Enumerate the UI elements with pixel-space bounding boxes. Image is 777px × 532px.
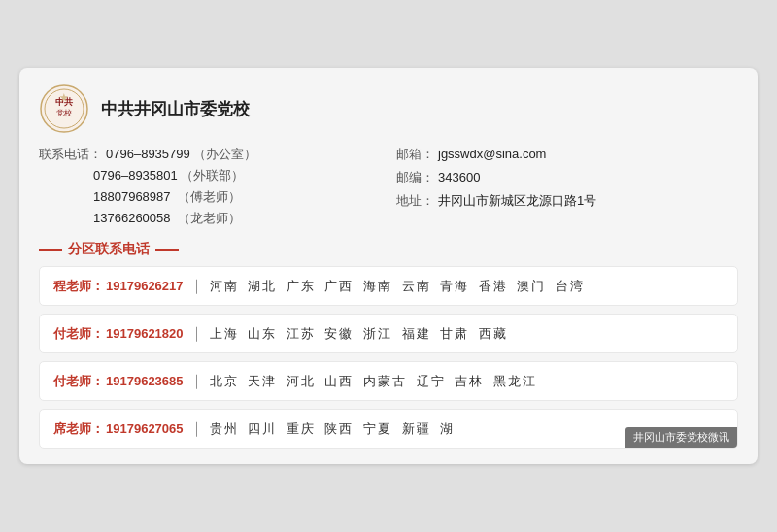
district-contacts-list: 程老师： 19179626217 ｜ 河南 湖北 广东 广西 海南 云南 青海 …: [39, 266, 738, 449]
divider-line-right: [155, 249, 179, 251]
district-contact-regions-2: 北京 天津 河北 山西 内蒙古 辽宁 吉林 黑龙江: [210, 373, 537, 390]
svg-text:党校: 党校: [56, 109, 72, 117]
district-contact-regions-3: 贵州 四川 重庆 陕西 宁夏 新疆 湖: [210, 420, 456, 438]
district-contact-phone-2: 19179623685: [106, 374, 184, 388]
header: 中共 党校 中共井冈山市委党校: [39, 83, 738, 134]
sep-icon-0: ｜: [189, 277, 204, 295]
phone-label: 联系电话：: [39, 146, 102, 163]
postcode-label: 邮编：: [396, 169, 434, 186]
phone-2-value: 0796–8935801 （外联部）: [93, 167, 244, 184]
phone-row-4: 13766260058 （龙老师）: [39, 210, 381, 227]
sep-icon-1: ｜: [189, 324, 204, 343]
watermark-text: 井冈山市委党校微讯: [625, 427, 737, 448]
info-grid: 联系电话： 0796–8935799 （办公室） 0796–8935801 （外…: [39, 146, 738, 231]
sep-icon-2: ｜: [189, 372, 204, 390]
email-value: jgsswdx@sina.com: [438, 147, 546, 161]
district-contact-regions-0: 河南 湖北 广东 广西 海南 云南 青海 香港 澳门 台湾: [210, 278, 586, 295]
address-value: 井冈山市新城区龙源口路1号: [438, 192, 596, 210]
info-right: 邮箱： jgsswdx@sina.com 邮编： 343600 地址： 井冈山市…: [396, 146, 738, 231]
info-left: 联系电话： 0796–8935799 （办公室） 0796–8935801 （外…: [39, 146, 381, 231]
district-contact-name-3: 席老师：: [53, 420, 104, 438]
district-contact-name-1: 付老师：: [53, 325, 104, 343]
district-contact-row-1: 付老师： 19179621820 ｜ 上海 山东 江苏 安徽 浙江 福建 甘肃 …: [39, 314, 738, 353]
postcode-row: 邮编： 343600: [396, 169, 738, 186]
phone-1-value: 0796–8935799 （办公室）: [106, 146, 256, 163]
district-contact-row-3: 席老师： 19179627065 ｜ 贵州 四川 重庆 陕西 宁夏 新疆 湖 井…: [39, 409, 738, 449]
district-contact-phone-3: 19179627065: [106, 421, 184, 436]
sep-icon-3: ｜: [189, 419, 204, 438]
org-name: 中共井冈山市委党校: [101, 98, 250, 120]
district-contact-phone-0: 19179626217: [106, 279, 184, 293]
email-label: 邮箱：: [396, 146, 434, 163]
address-row: 地址： 井冈山市新城区龙源口路1号: [396, 192, 738, 210]
divider-line-left: [39, 249, 62, 251]
phone-row-3: 18807968987 （傅老师）: [39, 188, 381, 206]
org-logo-icon: 中共 党校: [39, 83, 89, 134]
district-contact-regions-1: 上海 山东 江苏 安徽 浙江 福建 甘肃 西藏: [210, 325, 508, 343]
phone-4-value: 13766260058 （龙老师）: [93, 210, 241, 227]
district-contact-row-0: 程老师： 19179626217 ｜ 河南 湖北 广东 广西 海南 云南 青海 …: [39, 266, 738, 306]
email-row: 邮箱： jgsswdx@sina.com: [396, 146, 738, 163]
main-card: 中共 党校 中共井冈山市委党校 联系电话： 0796–8935799 （办公室）…: [19, 68, 758, 464]
district-contact-name-2: 付老师：: [53, 373, 104, 390]
district-contact-name-0: 程老师：: [53, 278, 104, 295]
postcode-value: 343600: [438, 170, 480, 184]
district-contact-phone-1: 19179621820: [106, 326, 184, 341]
phone-row-2: 0796–8935801 （外联部）: [39, 167, 381, 184]
phone-row-1: 联系电话： 0796–8935799 （办公室）: [39, 146, 381, 163]
address-label: 地址：: [396, 192, 434, 210]
district-divider: 分区联系电话: [39, 241, 738, 258]
phone-3-value: 18807968987 （傅老师）: [93, 188, 241, 206]
district-title: 分区联系电话: [68, 241, 150, 258]
district-contact-row-2: 付老师： 19179623685 ｜ 北京 天津 河北 山西 内蒙古 辽宁 吉林…: [39, 361, 738, 401]
